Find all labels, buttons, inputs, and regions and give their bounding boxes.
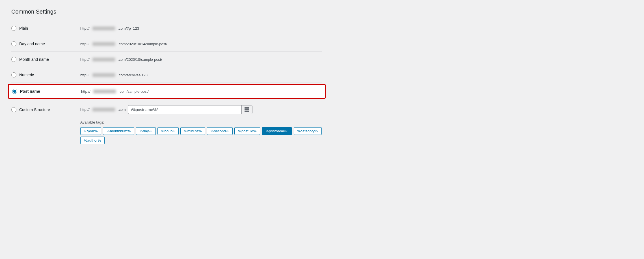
day-and-name-url-suffix: .com/2020/10/14/sample-post/ bbox=[118, 42, 167, 46]
post-name-url-prefix: http:// bbox=[81, 89, 90, 94]
numeric-radio[interactable] bbox=[11, 72, 16, 77]
plain-url-display: http://.com/?p=123 bbox=[80, 26, 139, 31]
tag-year[interactable]: %year% bbox=[80, 127, 101, 135]
divider-3 bbox=[11, 67, 322, 67]
month-and-name-radio[interactable] bbox=[11, 57, 16, 62]
tag-author[interactable]: %author% bbox=[80, 137, 105, 144]
custom-structure-url-blur bbox=[92, 108, 115, 111]
post-name-radio[interactable] bbox=[12, 89, 17, 94]
section-title: Common Settings bbox=[11, 8, 322, 15]
month-and-name-label: Month and name bbox=[19, 57, 49, 62]
divider-4 bbox=[11, 83, 322, 83]
custom-structure-input[interactable] bbox=[128, 106, 241, 114]
post-name-label: Post name bbox=[20, 89, 40, 94]
tag-postname[interactable]: %postname% bbox=[262, 127, 292, 135]
numeric-url-blur bbox=[92, 73, 115, 77]
plain-url-blur bbox=[92, 27, 115, 30]
grid-icon bbox=[245, 107, 249, 112]
option-row-custom-structure: Custom Structure http://.com bbox=[11, 101, 322, 118]
month-and-name-url-display: http://.com/2020/10/sample-post/ bbox=[80, 57, 162, 62]
numeric-label: Numeric bbox=[19, 73, 34, 77]
option-row-post-name: Post name http://.com/sample-post/ bbox=[8, 84, 326, 99]
plain-url-prefix: http:// bbox=[80, 26, 90, 31]
tags-container: %year% %monthnum% %day% %hour% %minute% … bbox=[80, 127, 322, 144]
month-and-name-radio-label[interactable]: Month and name bbox=[11, 57, 74, 62]
custom-structure-url-container: http://.com bbox=[80, 105, 252, 114]
day-and-name-url-prefix: http:// bbox=[80, 42, 90, 46]
common-settings-section: Common Settings Plain http://.com/?p=123… bbox=[11, 8, 322, 144]
month-and-name-url-suffix: .com/2020/10/sample-post/ bbox=[118, 57, 162, 62]
custom-structure-url-prefix: http:// bbox=[80, 107, 90, 112]
tag-hour[interactable]: %hour% bbox=[157, 127, 179, 135]
day-and-name-url-display: http://.com/2020/10/14/sample-post/ bbox=[80, 42, 167, 46]
day-and-name-url-blur bbox=[92, 42, 115, 46]
custom-structure-label: Custom Structure bbox=[19, 107, 50, 112]
numeric-url-display: http://.com/archives/123 bbox=[80, 73, 148, 77]
day-and-name-radio-label[interactable]: Day and name bbox=[11, 41, 74, 46]
available-tags-section: Available tags: %year% %monthnum% %day% … bbox=[11, 120, 322, 144]
post-name-url-display: http://.com/sample-post/ bbox=[81, 89, 149, 94]
option-row-plain: Plain http://.com/?p=123 bbox=[11, 22, 322, 35]
tag-monthnum[interactable]: %monthnum% bbox=[103, 127, 134, 135]
custom-structure-radio[interactable] bbox=[11, 107, 16, 112]
plain-radio-label[interactable]: Plain bbox=[11, 26, 74, 31]
plain-url-suffix: .com/?p=123 bbox=[118, 26, 139, 31]
tag-minute[interactable]: %minute% bbox=[180, 127, 205, 135]
divider-5 bbox=[11, 100, 322, 100]
day-and-name-label: Day and name bbox=[19, 42, 45, 46]
option-row-day-and-name: Day and name http://.com/2020/10/14/samp… bbox=[11, 37, 322, 50]
tag-day[interactable]: %day% bbox=[136, 127, 156, 135]
numeric-radio-label[interactable]: Numeric bbox=[11, 72, 74, 77]
post-name-radio-label[interactable]: Post name bbox=[12, 89, 74, 94]
plain-label: Plain bbox=[19, 26, 28, 31]
structure-tags-button[interactable] bbox=[241, 105, 252, 114]
numeric-url-prefix: http:// bbox=[80, 73, 90, 77]
tag-second[interactable]: %second% bbox=[207, 127, 233, 135]
numeric-url-suffix: .com/archives/123 bbox=[118, 73, 148, 77]
custom-input-wrapper bbox=[128, 105, 252, 114]
available-tags-label: Available tags: bbox=[80, 120, 322, 124]
day-and-name-radio[interactable] bbox=[11, 41, 16, 46]
tag-post-id[interactable]: %post_id% bbox=[234, 127, 260, 135]
custom-structure-radio-label[interactable]: Custom Structure bbox=[11, 107, 74, 112]
tag-category[interactable]: %category% bbox=[294, 127, 322, 135]
plain-radio[interactable] bbox=[11, 26, 16, 31]
month-and-name-url-prefix: http:// bbox=[80, 57, 90, 62]
divider-1 bbox=[11, 36, 322, 36]
post-name-url-blur bbox=[93, 90, 116, 93]
month-and-name-url-blur bbox=[92, 58, 115, 61]
divider-2 bbox=[11, 51, 322, 52]
option-row-numeric: Numeric http://.com/archives/123 bbox=[11, 68, 322, 81]
custom-structure-url-dot-com: .com bbox=[118, 107, 126, 112]
post-name-url-suffix: .com/sample-post/ bbox=[119, 89, 149, 94]
option-row-month-and-name: Month and name http://.com/2020/10/sampl… bbox=[11, 53, 322, 66]
